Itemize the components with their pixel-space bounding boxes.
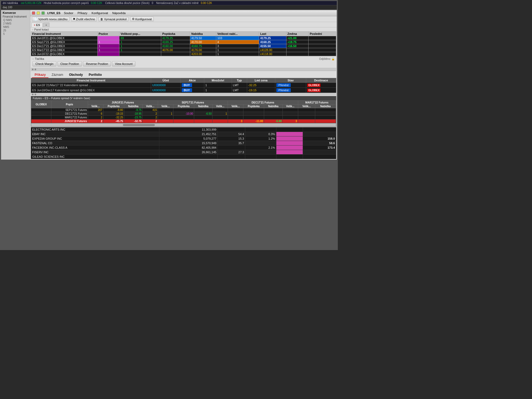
stock-bar-6 [276, 150, 303, 155]
futures-row-red[interactable]: JUN16'22 Futures 2 -45.75 -32.75 2 3 [31, 119, 336, 123]
buy-btn-2[interactable]: BUY [182, 88, 192, 92]
col-vel-pop: Velikost pop... [119, 32, 161, 36]
tab-obchody[interactable]: Obchody [66, 72, 85, 78]
stock-row[interactable]: FACEBOOK INC-CLASS A 82,405,984 2.1% 173… [31, 146, 336, 150]
clear-log-btn[interactable]: 🗑 Vymazat protokol [98, 17, 128, 21]
ft-h-mn: Nabídka [315, 105, 336, 108]
ft-r4-jp: -45.75 [103, 119, 124, 123]
futures-row[interactable]: DEC17'21 Futures 6 -19.15 -18.95 2 1 -10… [31, 112, 336, 116]
table-row[interactable]: ES Dec17'21 @GLOBEX 1 1 4160.00 4160.75 … [31, 44, 336, 48]
last-4: c4128.00 [259, 48, 286, 52]
stock-row[interactable]: GILEAD SCIENCES INC [31, 155, 336, 159]
tab-es[interactable]: × ES [31, 23, 43, 27]
last-2: 4168.25 [259, 40, 286, 44]
window-min-btn[interactable] [37, 11, 40, 15]
stock-num-6: 26,661,145 [159, 150, 218, 155]
stock-row[interactable]: EXPEDIA GROUP INC 5,079,277 15.3 1.2% 15… [31, 136, 336, 141]
close-position-btn[interactable]: Close Position [57, 61, 82, 66]
ft-r3-dn [264, 116, 283, 119]
order-row[interactable]: ES Jun18/Dec17 Kalendární spread @GLOBEX… [31, 88, 336, 93]
stock-pct-2: 0.3% [245, 132, 276, 136]
ft-r1-sp [173, 108, 194, 112]
tab-new[interactable]: + [43, 23, 49, 27]
table-row[interactable]: ES Sep17'21 @GLOBEX 1 1 4169.25 4170.00 … [31, 40, 336, 44]
clear-icon: 🗑 [100, 18, 103, 21]
stock-bar-4 [276, 141, 303, 146]
tab-close-icon[interactable]: × [34, 24, 35, 27]
vn-5: 1 [216, 52, 259, 56]
tab-prikazy[interactable]: Příkazy [32, 72, 48, 78]
ft-r3-popis: MAR17'22 Futures [51, 116, 88, 119]
ft-r4-dp: -11.00 [243, 119, 264, 123]
odj-label: Odjištěno 🔓 [319, 57, 335, 60]
ft-r1-popis: SEP17'21 Futures [51, 108, 88, 112]
create-tab-btn[interactable]: 📄 Vytvořit novou záložku [32, 17, 69, 21]
stock-bar-5 [276, 146, 303, 150]
globex-badge-1: GLOBEX [307, 84, 321, 87]
ft-r2-dp [243, 112, 264, 116]
stock-row[interactable]: FISERV INC 26,661,145 27.3 [31, 150, 336, 155]
stock-row[interactable]: EBAY INC 21,452,751 54.4 0.3% [31, 132, 336, 136]
vp-3: 1 [119, 44, 161, 48]
p-3: 4160.00 [161, 44, 190, 48]
prenet-btn-1[interactable]: Přenést [276, 83, 291, 87]
ft-h-dn: Nabídka [264, 105, 283, 108]
view-account-btn[interactable]: View Account [112, 61, 135, 66]
buy-btn-1[interactable]: BUY [182, 83, 192, 87]
stock-bar-2 [276, 132, 303, 136]
order-row[interactable]: ES Jun18 '21/Mar17 '22 Kalendární spread… [31, 83, 336, 88]
topbar-text1: dní nástěnka [3, 2, 18, 5]
ft-h-dv2: Velik... [282, 105, 298, 108]
prenet-btn-2[interactable]: Přenést [276, 88, 291, 92]
zmena-4 [286, 48, 309, 52]
ft-r1-jv2: 415 [143, 108, 158, 112]
stock-num-5: 82,405,984 [159, 146, 218, 150]
menu-prikazy[interactable]: Příkazy [77, 11, 88, 15]
zmena-1: +21.00 [286, 36, 309, 40]
configure-btn[interactable]: ⚙ Konfigurovat [130, 17, 154, 21]
topbar-val2: 0.00 CZK [91, 2, 102, 5]
posl-4 [309, 48, 336, 52]
stock-row[interactable]: FASTENAL CO 15,570,949 35.7 58.6 [31, 141, 336, 146]
futures-row[interactable]: MAR17'22 Futures 2 -32.25 -23.75 2 [31, 116, 336, 119]
menu-napoveda[interactable]: Nápověda [111, 11, 126, 15]
ft-r2-sv2: 1 [213, 112, 228, 116]
ord-dest-2: GLOBEX [306, 88, 336, 93]
ft-r3-mn [315, 116, 336, 119]
n-1: 4179.50 [190, 36, 216, 40]
futures-row[interactable]: SEP17'21 Futures 207 -9.80 -9.75 415 [31, 108, 336, 112]
ft-r1-dv [228, 108, 243, 112]
stock-row[interactable]: ELECTRONIC ARTS INC 11,303,999 [31, 127, 336, 132]
window-close-btn[interactable] [32, 11, 35, 15]
futures-hscroll[interactable] [31, 123, 336, 126]
table-row[interactable]: ES Mar17'22 @GLOBEX 1 1 4076.00 4176.00 … [31, 48, 336, 52]
last-3: 4155.50 [259, 44, 286, 48]
lock-icon: 🔓 [331, 57, 335, 60]
check-margin-btn[interactable]: Check Margin [32, 61, 56, 66]
tab-portfolio[interactable]: Portfolio [86, 72, 104, 78]
ft-col-popis: Popis [51, 101, 88, 108]
p-4: 4076.00 [161, 48, 190, 52]
ft-r4-sv2 [213, 119, 228, 123]
reverse-position-btn[interactable]: Reverse Position [83, 61, 111, 66]
table-row[interactable]: ES Jun18'21 @GLOBEX 69 4179.25 4179.50 1… [31, 36, 336, 40]
col-poptavka: Poptávka [161, 32, 190, 36]
window-max-btn[interactable] [41, 11, 45, 15]
hscroll-thumb[interactable] [123, 124, 155, 126]
ft-r1-dv2 [282, 108, 298, 112]
tab-zaznam[interactable]: Záznam [49, 72, 66, 78]
cancel-icon: ✖ [73, 17, 75, 21]
cancel-all-btn[interactable]: ✖ Zrušit všechno [71, 17, 97, 21]
vp-2: 1 [119, 40, 161, 44]
menu-soubor[interactable]: Soubor [63, 11, 74, 15]
stock-bar-1 [276, 127, 303, 132]
stock-name-5: FACEBOOK INC-CLASS A [31, 146, 159, 150]
ft-h-sp: Poptávka [173, 105, 194, 108]
sidebar-konverze[interactable]: Konverze [2, 11, 30, 15]
n-2: 4170.00 [190, 40, 216, 44]
table-row[interactable]: ES Jun16'22 @GLOBEX 4203.00 1 c4118.00 [31, 52, 336, 56]
topbar-label4: Nerealizovaný ZaZ v základní měně [156, 2, 199, 5]
ord-lmt-2: -19.15 [247, 88, 275, 93]
menu-konfigurovat[interactable]: Konfigurovat [91, 11, 109, 15]
ft-r3-jv2: 2 [143, 116, 158, 119]
